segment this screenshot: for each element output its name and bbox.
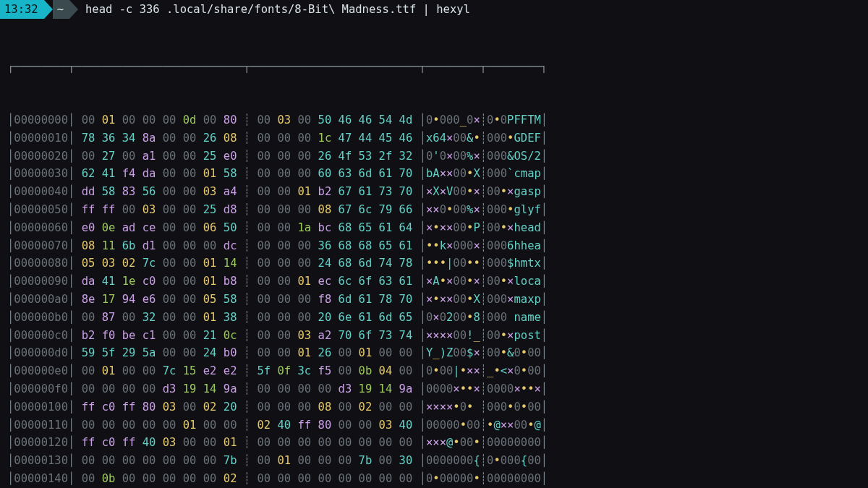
hex-row: │00000030│ 62 41 f4 da 00 00 01 58 ┊ 00 … <box>7 165 868 183</box>
hex-row: │000000c0│ b2 f0 be c1 00 00 21 0c ┊ 00 … <box>7 327 868 345</box>
hex-row: │00000120│ ff c0 ff 40 03 00 00 01 ┊ 00 … <box>7 434 868 452</box>
hex-row: │00000100│ ff c0 ff 80 03 00 02 20 ┊ 00 … <box>7 398 868 416</box>
hex-row: │00000140│ 00 0b 00 00 00 00 00 02 ┊ 00 … <box>7 470 868 488</box>
hex-row: │00000070│ 08 11 6b d1 00 00 00 dc ┊ 00 … <box>7 237 868 255</box>
hex-row: │00000050│ ff ff 00 03 00 00 25 d8 ┊ 00 … <box>7 201 868 219</box>
hex-row: │00000020│ 00 27 00 a1 00 00 25 e0 ┊ 00 … <box>7 147 868 166</box>
hex-row: │000000f0│ 00 00 00 00 d3 19 14 9a ┊ 00 … <box>7 380 868 398</box>
cwd-segment: ~ <box>53 0 69 19</box>
hex-row: │00000010│ 78 36 34 8a 00 00 26 08 ┊ 00 … <box>7 129 868 147</box>
hex-row: │000000e0│ 00 01 00 00 7c 15 e2 e2 ┊ 5f … <box>7 362 868 380</box>
hex-row: │00000080│ 05 03 02 7c 00 00 01 14 ┊ 00 … <box>7 254 868 273</box>
command-text: head -c 336 .local/share/fonts/8-Bit\ Ma… <box>78 1 470 19</box>
hex-row: │000000a0│ 8e 17 94 e6 00 00 05 58 ┊ 00 … <box>7 291 868 309</box>
hex-row: │00000110│ 00 00 00 00 00 01 00 00 ┊ 02 … <box>7 416 868 435</box>
hex-row: │00000000│ 00 01 00 00 00 0d 00 80 ┊ 00 … <box>7 111 868 129</box>
hex-row: │00000040│ dd 58 83 56 00 00 03 a4 ┊ 00 … <box>7 183 868 201</box>
hex-row: │000000d0│ 59 5f 29 5a 00 00 24 b0 ┊ 00 … <box>7 344 868 362</box>
prompt-line-1: 13:32 ~ head -c 336 .local/share/fonts/8… <box>0 0 868 19</box>
time-text: 13:32 <box>4 1 38 19</box>
hex-row: │00000130│ 00 00 00 00 00 00 00 7b ┊ 00 … <box>7 452 868 470</box>
clock-segment: 13:32 <box>0 0 44 19</box>
hex-row: │00000090│ da 41 1e c0 00 00 01 b8 ┊ 00 … <box>7 273 868 291</box>
hexyl-output: ┌────────┬─────────────────────────┬────… <box>7 22 868 488</box>
hex-row: │00000060│ e0 0e ad ce 00 00 06 50 ┊ 00 … <box>7 219 868 237</box>
cwd-text: ~ <box>57 1 64 19</box>
powerline-arrow-icon <box>44 0 53 19</box>
table-border-top: ┌────────┬─────────────────────────┬────… <box>7 58 868 76</box>
hex-row: │000000b0│ 00 87 00 32 00 00 01 38 ┊ 00 … <box>7 309 868 327</box>
powerline-arrow-icon <box>69 0 78 19</box>
